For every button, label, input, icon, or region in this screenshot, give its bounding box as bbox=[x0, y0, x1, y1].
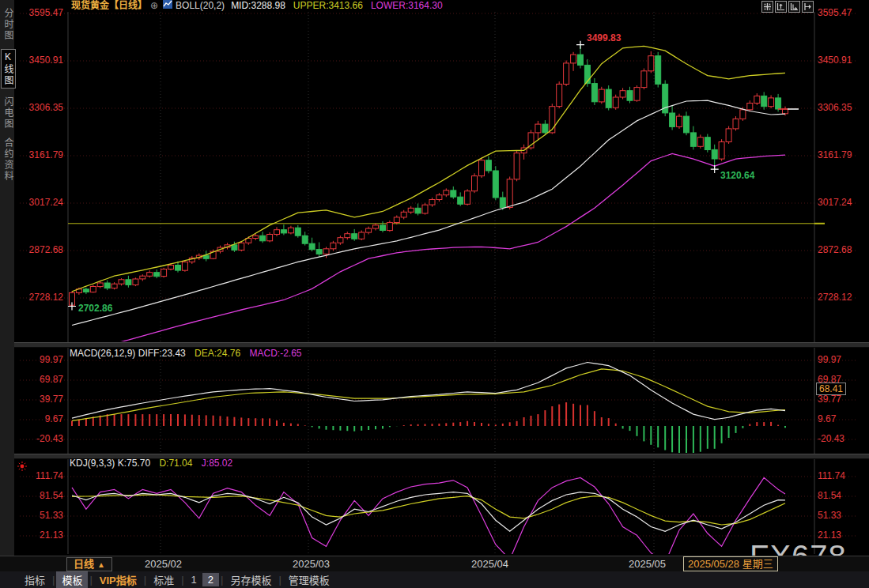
date-axis-label: 2025/04 bbox=[471, 558, 508, 570]
kdj-title: KDJ(9,3,3) bbox=[70, 458, 115, 469]
bottom-tab-bar: 指标|模板|VIP指标|标准|12|另存模板|管理模板 bbox=[0, 571, 869, 588]
date-axis-label: 2025/03 bbox=[293, 558, 330, 570]
start-low-annotation: 2702.86 bbox=[78, 303, 112, 314]
axis-label: 81.54 bbox=[818, 490, 865, 501]
macd-header: MACD(26,12,9) DIFF:23.43 DEA:24.76 MACD:… bbox=[70, 348, 302, 359]
axis-zoom-in-icon[interactable] bbox=[775, 1, 787, 13]
axis-label: 3017.24 bbox=[818, 197, 865, 208]
boll-upper-value: UPPER:3413.66 bbox=[293, 0, 363, 11]
tab-separator: | bbox=[221, 574, 223, 586]
bottom-tab-0[interactable]: 指标 bbox=[19, 571, 51, 588]
axis-label: 3161.79 bbox=[818, 149, 865, 160]
indicator-chart-icon bbox=[163, 0, 172, 9]
boll-label: BOLL(20,2) bbox=[176, 0, 225, 11]
bottom-tab-5[interactable]: 2 bbox=[202, 573, 219, 586]
tab-separator: | bbox=[89, 574, 92, 586]
current-date-label: 2025/05/28 星期三 bbox=[683, 556, 778, 571]
bottom-tab-7[interactable]: 管理模板 bbox=[283, 571, 335, 588]
kdj-k-value: K:75.70 bbox=[118, 458, 150, 469]
macd-title: MACD(26,12,9) bbox=[70, 348, 135, 359]
axis-label: 2728.12 bbox=[16, 292, 63, 303]
sun-marker-icon[interactable] bbox=[17, 460, 27, 474]
axis-label: -20.43 bbox=[16, 433, 63, 444]
boll-lower-value: LOWER:3164.30 bbox=[371, 0, 443, 11]
axis-label: 51.33 bbox=[16, 510, 63, 521]
circle-plus-icon[interactable]: ⊕ bbox=[150, 0, 158, 11]
axis-label: 3306.35 bbox=[818, 102, 865, 113]
bottom-tab-3[interactable]: 标准 bbox=[148, 571, 179, 588]
chart-toolbar bbox=[761, 1, 814, 13]
kdj-j-value: J:85.02 bbox=[202, 458, 232, 469]
macd-current-value-badge: 68.41 bbox=[816, 383, 846, 395]
date-axis-label: 2025/05 bbox=[629, 558, 666, 570]
sidebar-item-lightning-chart[interactable]: 闪电图 bbox=[2, 96, 15, 130]
axis-label: 3450.91 bbox=[16, 55, 63, 66]
date-axis-label: 2025/02 bbox=[145, 558, 182, 570]
axis-label: 21.13 bbox=[16, 530, 63, 541]
crosshair-icon[interactable] bbox=[761, 1, 773, 13]
sidebar-item-kline-chart[interactable]: K线图 bbox=[1, 49, 16, 89]
axis-label: 51.33 bbox=[818, 510, 865, 521]
axis-label: 99.97 bbox=[818, 354, 865, 365]
axis-label: 3306.35 bbox=[16, 102, 63, 113]
sidebar-item-contract-info[interactable]: 合约资料 bbox=[2, 138, 15, 182]
axis-label: 9.67 bbox=[818, 413, 865, 424]
period-selector-button[interactable]: 日线▲ bbox=[66, 557, 112, 571]
kdj-d-value: D:71.04 bbox=[159, 458, 192, 469]
symbol-title: 现货黄金【日线】 bbox=[71, 0, 147, 11]
bottom-tab-6[interactable]: 另存模板 bbox=[225, 571, 277, 588]
axis-label: 3595.47 bbox=[818, 7, 865, 18]
axis-label: 111.74 bbox=[818, 470, 865, 481]
axis-label: 39.77 bbox=[16, 394, 63, 405]
sidebar: 分时图 K线图 闪电图 合约资料 bbox=[0, 0, 14, 556]
bottom-tab-2[interactable]: VIP指标 bbox=[94, 571, 142, 588]
axis-label: 3450.91 bbox=[818, 55, 865, 66]
axis-label: 2728.12 bbox=[818, 292, 865, 303]
macd-value: MACD:-2.65 bbox=[249, 348, 301, 359]
axis-label: 69.87 bbox=[16, 374, 63, 385]
axis-label: 81.54 bbox=[16, 490, 63, 501]
period-arrow-icon: ▲ bbox=[97, 560, 105, 569]
axis-label: 99.97 bbox=[16, 354, 63, 365]
tab-separator: | bbox=[52, 574, 55, 586]
axis-zoom-out-icon[interactable] bbox=[788, 1, 800, 13]
bottom-tab-4[interactable]: 1 bbox=[186, 573, 202, 586]
boll-mid-value: MID:3288.98 bbox=[231, 0, 285, 11]
macd-dea-value: DEA:24.76 bbox=[195, 348, 240, 359]
tab-separator: | bbox=[181, 574, 183, 586]
mid-low-annotation: 3120.64 bbox=[720, 170, 754, 181]
axis-label: 39.77 bbox=[818, 394, 865, 405]
high-price-annotation: 3499.83 bbox=[587, 32, 621, 43]
axis-label: 2872.68 bbox=[818, 244, 865, 255]
trading-chart-app: 分时图 K线图 闪电图 合约资料 现货黄金【日线】⊕BOLL(20,2)MID:… bbox=[0, 0, 869, 588]
axis-label: -20.43 bbox=[818, 433, 865, 444]
axis-label: 9.67 bbox=[16, 413, 63, 424]
macd-diff-value: DIFF:23.43 bbox=[138, 348, 186, 359]
chart-header: 现货黄金【日线】⊕BOLL(20,2)MID:3288.98UPPER:3413… bbox=[14, 0, 443, 12]
axis-label: 3161.79 bbox=[16, 149, 63, 160]
sidebar-item-time-chart[interactable]: 分时图 bbox=[2, 8, 15, 41]
chart-canvas[interactable] bbox=[0, 0, 869, 588]
bottom-tab-1[interactable]: 模板 bbox=[56, 571, 88, 588]
tab-separator: | bbox=[278, 574, 281, 586]
tab-separator: | bbox=[144, 574, 146, 586]
kdj-header: KDJ(9,3,3) K:75.70 D:71.04 J:85.02 bbox=[70, 458, 232, 469]
axis-label: 3017.24 bbox=[16, 197, 63, 208]
date-axis-row: 日线▲ 2025/022025/032025/042025/05 2025/05… bbox=[0, 556, 869, 572]
axis-label: 2872.68 bbox=[16, 244, 63, 255]
panel-separator[interactable] bbox=[0, 342, 869, 348]
pan-right-icon[interactable] bbox=[802, 1, 814, 13]
